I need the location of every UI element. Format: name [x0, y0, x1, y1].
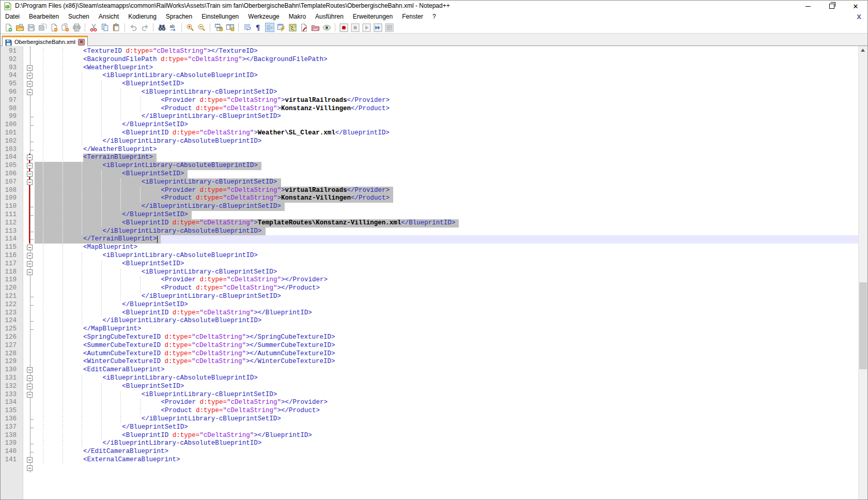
minimize-button[interactable]	[796, 1, 820, 12]
fold-collapse-box[interactable]	[27, 245, 33, 250]
vertical-scrollbar[interactable]	[858, 46, 867, 499]
copy-icon[interactable]	[100, 23, 110, 32]
code-line[interactable]: <BlueprintID d:type="cDeltaString">Weath…	[35, 129, 859, 138]
zoom-in-icon[interactable]	[185, 23, 195, 32]
code-line[interactable]: <iBlueprintLibrary-cAbsoluteBlueprintID>	[35, 162, 859, 170]
find-icon[interactable]	[157, 23, 166, 32]
menu-item-makro[interactable]: Makro	[284, 12, 311, 22]
function-list-icon[interactable]	[276, 23, 286, 32]
new-file-icon[interactable]	[4, 23, 13, 32]
replace-icon[interactable]: ab	[168, 23, 178, 32]
fold-collapse-box[interactable]	[27, 457, 33, 463]
code-line[interactable]: <WinterCubeTextureID d:type="cDeltaStrin…	[35, 358, 859, 366]
code-line[interactable]: </BlueprintSetID>	[35, 423, 859, 432]
fold-collapse-box[interactable]	[27, 261, 33, 267]
code-line[interactable]: <iBlueprintLibrary-cBlueprintSetID>	[35, 88, 859, 97]
macro-run-multiple-icon[interactable]	[373, 23, 382, 32]
zoom-out-icon[interactable]	[197, 23, 206, 32]
close-all-docs-icon[interactable]	[60, 23, 70, 32]
document-map-icon[interactable]	[288, 23, 297, 32]
menu-item-datei[interactable]: Datei	[1, 12, 24, 22]
fold-collapse-box[interactable]	[27, 89, 33, 95]
word-wrap-icon[interactable]	[242, 23, 252, 32]
folder-as-workspace-icon[interactable]	[311, 23, 320, 32]
menu-item-help[interactable]: ?	[428, 12, 441, 22]
menu-item-suchen[interactable]: Suchen	[64, 12, 94, 22]
tab-oberbergischebahn-xml[interactable]: OberbergischeBahn.xml ✕	[2, 36, 88, 47]
code-line[interactable]: </TerrainBlueprint>	[35, 235, 859, 244]
code-line[interactable]: <TextureID d:type="cDeltaString"></Textu…	[35, 48, 859, 56]
code-line[interactable]: <WeatherBlueprint>	[35, 64, 859, 72]
code-line[interactable]: <BackgroundFilePath d:type="cDeltaString…	[35, 56, 859, 64]
menu-item-ansicht[interactable]: Ansicht	[94, 12, 123, 22]
fold-collapse-box[interactable]	[27, 81, 33, 87]
code-line[interactable]: </iBlueprintLibrary-cBlueprintSetID>	[35, 293, 859, 301]
close-doc-icon[interactable]	[49, 23, 58, 32]
open-folder-icon[interactable]	[15, 23, 24, 32]
print-icon[interactable]	[72, 23, 81, 32]
close-document-x-button[interactable]: X	[857, 12, 861, 22]
tab-close-button[interactable]: ✕	[78, 39, 85, 46]
code-line[interactable]: </BlueprintSetID>	[35, 301, 859, 309]
code-line[interactable]: </iBlueprintLibrary-cBlueprintSetID>	[35, 415, 859, 423]
code-line[interactable]: <BlueprintSetID>	[35, 170, 859, 178]
fold-collapse-box[interactable]	[27, 384, 33, 389]
menu-item-bearbeiten[interactable]: Bearbeiten	[24, 12, 64, 22]
code-line[interactable]: <Provider d:type="cDeltaString"></Provid…	[35, 276, 859, 284]
fold-collapse-box[interactable]	[27, 171, 33, 177]
fold-collapse-box[interactable]	[27, 375, 33, 381]
sync-horizontal-icon[interactable]	[225, 23, 235, 32]
code-line[interactable]: <Product d:type="cDeltaString">Konstanz-…	[35, 194, 859, 203]
code-line[interactable]: </MapBlueprint>	[35, 325, 859, 334]
fold-collapse-box[interactable]	[27, 179, 33, 185]
fold-collapse-box[interactable]	[27, 367, 33, 373]
fold-collapse-box[interactable]	[27, 465, 33, 471]
macro-record-icon[interactable]	[339, 23, 348, 32]
code-line[interactable]: <iBlueprintLibrary-cBlueprintSetID>	[35, 391, 859, 399]
code-line[interactable]: <BlueprintSetID>	[35, 383, 859, 391]
code-line[interactable]: </iBlueprintLibrary-cBlueprintSetID>	[35, 203, 859, 211]
code-line[interactable]: </iBlueprintLibrary-cAbsoluteBlueprintID…	[35, 138, 859, 146]
menu-item-fenster[interactable]: Fenster	[397, 12, 428, 22]
code-line[interactable]: <Provider d:type="cDeltaString">virtualR…	[35, 187, 859, 195]
save-all-icon[interactable]	[38, 23, 47, 32]
fold-collapse-box[interactable]	[27, 65, 33, 71]
undo-icon[interactable]	[129, 23, 138, 32]
editor-pane[interactable]: 9192939495969798991001011021031041051061…	[1, 46, 867, 499]
code-line[interactable]: <iBlueprintLibrary-cAbsoluteBlueprintID>	[35, 374, 859, 383]
code-line[interactable]: <Provider d:type="cDeltaString"></Provid…	[35, 399, 859, 407]
code-line[interactable]: <TerrainBlueprint>	[35, 154, 859, 162]
scrollbar-thumb[interactable]	[859, 282, 867, 369]
code-line[interactable]: <EditCameraBlueprint>	[35, 366, 859, 374]
code-line[interactable]: <iBlueprintLibrary-cBlueprintSetID>	[35, 268, 859, 277]
code-line[interactable]: </iBlueprintLibrary-cAbsoluteBlueprintID…	[35, 440, 859, 448]
code-line[interactable]: <BlueprintSetID>	[35, 260, 859, 268]
redo-icon[interactable]	[140, 23, 149, 32]
code-line[interactable]: </EditCameraBlueprint>	[35, 448, 859, 456]
code-line[interactable]: <iBlueprintLibrary-cAbsoluteBlueprintID>	[35, 72, 859, 80]
menu-item-werkzeuge[interactable]: Werkzeuge	[243, 12, 284, 22]
code-line[interactable]: <BlueprintID d:type="cDeltaString"></Blu…	[35, 432, 859, 440]
code-line[interactable]: <Provider d:type="cDeltaString">virtualR…	[35, 97, 859, 105]
restore-button[interactable]	[820, 1, 844, 12]
function-panel-icon[interactable]	[299, 23, 308, 32]
code-line[interactable]: </WeatherBlueprint>	[35, 146, 859, 154]
code-line[interactable]: </BlueprintSetID>	[35, 121, 859, 129]
code-line[interactable]: </iBlueprintLibrary-cAbsoluteBlueprintID…	[35, 228, 859, 236]
macro-play-icon[interactable]	[362, 23, 371, 32]
macro-stop-icon[interactable]	[350, 23, 360, 32]
fold-collapse-box[interactable]	[27, 269, 33, 275]
code-line[interactable]: </iBlueprintLibrary-cBlueprintSetID>	[35, 113, 859, 121]
save-icon[interactable]	[26, 23, 36, 32]
cut-icon[interactable]	[89, 23, 98, 32]
code-line[interactable]: <Product d:type="cDeltaString"></Product…	[35, 284, 859, 293]
menu-item-sprachen[interactable]: Sprachen	[161, 12, 197, 22]
code-line[interactable]: <SpringCubeTextureID d:type="cDeltaStrin…	[35, 334, 859, 342]
menu-item-erweiterungen[interactable]: Erweiterungen	[348, 12, 397, 22]
fold-collapse-box[interactable]	[27, 73, 33, 79]
menu-item-einstellungen[interactable]: Einstellungen	[197, 12, 243, 22]
code-line[interactable]: <AutumnCubeTextureID d:type="cDeltaStrin…	[35, 350, 859, 358]
paste-icon[interactable]	[112, 23, 121, 32]
menu-item-kodierung[interactable]: Kodierung	[123, 12, 161, 22]
code-line[interactable]: </iBlueprintLibrary-cAbsoluteBlueprintID…	[35, 317, 859, 325]
